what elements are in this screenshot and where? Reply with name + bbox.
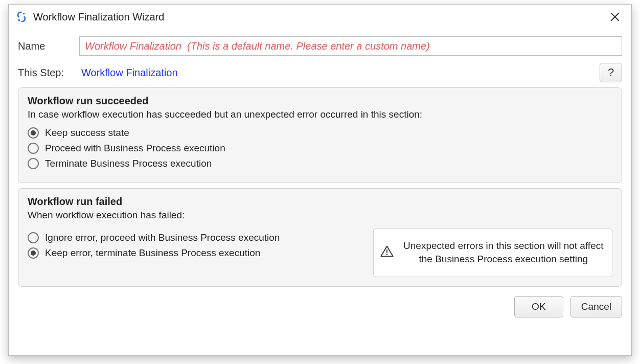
succeeded-desc: In case workflow execution has succeeded… [28, 109, 612, 120]
help-button[interactable]: ? [600, 63, 622, 82]
succeeded-option-keep[interactable]: Keep success state [28, 127, 612, 139]
radio-icon [28, 158, 39, 169]
succeeded-group: Workflow run succeeded In case workflow … [18, 87, 622, 183]
radio-label: Proceed with Business Process execution [45, 143, 225, 154]
succeeded-title: Workflow run succeeded [28, 95, 612, 107]
step-value: Workflow Finalization [81, 67, 178, 79]
svg-point-0 [23, 13, 25, 15]
radio-label: Keep success state [45, 127, 129, 139]
radio-icon [28, 247, 39, 259]
wizard-icon [16, 11, 27, 22]
radio-label: Terminate Business Process execution [45, 158, 212, 169]
failed-option-ignore[interactable]: Ignore error, proceed with Business Proc… [28, 232, 367, 243]
help-icon: ? [608, 66, 614, 79]
close-button[interactable] [606, 8, 624, 26]
ok-button[interactable]: OK [514, 296, 563, 317]
succeeded-option-terminate[interactable]: Terminate Business Process execution [28, 158, 612, 169]
dialog-body: Name This Step: Workflow Finalization ? … [9, 29, 631, 287]
warning-icon [380, 244, 394, 261]
radio-label: Keep error, terminate Business Process e… [45, 247, 260, 259]
info-box: Unexpected errors in this section will n… [373, 228, 612, 277]
window-title: Workflow Finalization Wizard [33, 11, 164, 23]
radio-icon [28, 143, 39, 154]
name-input[interactable] [79, 36, 622, 56]
radio-label: Ignore error, proceed with Business Proc… [45, 232, 280, 243]
svg-point-1 [18, 19, 20, 21]
step-row: This Step: Workflow Finalization ? [18, 63, 622, 82]
failed-desc: When workflow execution has failed: [28, 210, 612, 221]
name-row: Name [18, 36, 622, 56]
close-icon [610, 12, 620, 21]
failed-title: Workflow run failed [28, 196, 612, 208]
cancel-button[interactable]: Cancel [570, 296, 622, 317]
title-bar: Workflow Finalization Wizard [9, 5, 631, 29]
failed-group: Workflow run failed When workflow execut… [18, 188, 622, 287]
button-row: OK Cancel [9, 287, 631, 325]
name-label: Name [18, 40, 79, 52]
cancel-label: Cancel [581, 301, 611, 312]
succeeded-option-proceed[interactable]: Proceed with Business Process execution [28, 143, 612, 154]
svg-point-5 [386, 254, 387, 255]
failed-option-keep[interactable]: Keep error, terminate Business Process e… [28, 247, 367, 259]
info-text: Unexpected errors in this section will n… [401, 239, 606, 265]
ok-label: OK [532, 301, 545, 312]
radio-icon [28, 232, 39, 243]
radio-icon [28, 127, 39, 139]
wizard-dialog: Workflow Finalization Wizard Name This S… [8, 4, 632, 356]
step-label: This Step: [18, 67, 79, 79]
